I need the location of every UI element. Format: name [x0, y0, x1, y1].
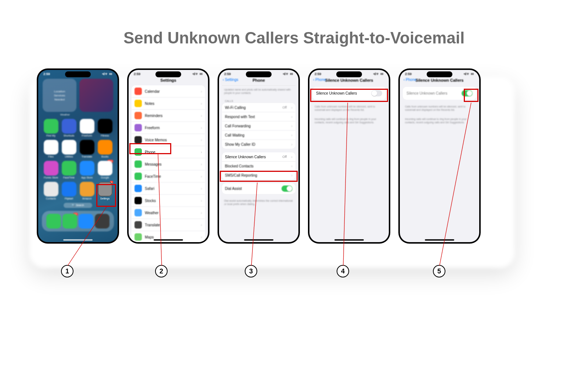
- chevron-icon: ›: [291, 155, 293, 159]
- step-badge-1: 1: [61, 265, 74, 277]
- row-call-waiting[interactable]: Call Waiting›: [222, 131, 295, 140]
- step-badge-2: 2: [155, 265, 168, 277]
- spotlight-search[interactable]: 🔍 Search: [64, 203, 92, 208]
- app-label: Files: [43, 155, 58, 158]
- row-label: Notes: [145, 102, 198, 106]
- row-icon: [135, 100, 142, 107]
- home-indicator[interactable]: [244, 239, 273, 241]
- app-label: Settings: [97, 197, 112, 200]
- notch: [336, 71, 362, 77]
- settings-row-voice-memos[interactable]: Voice Memos›: [132, 134, 205, 146]
- app-flipkart[interactable]: Flipkart: [61, 182, 76, 200]
- home-indicator[interactable]: [334, 239, 364, 241]
- silence-toggle-on[interactable]: [462, 90, 473, 96]
- chevron-icon: ›: [201, 89, 202, 93]
- chevron-icon: ›: [201, 113, 202, 118]
- row-blocked-contacts[interactable]: Blocked Contacts›: [222, 162, 295, 171]
- dock-app[interactable]: [95, 214, 110, 229]
- row-icon: [135, 209, 142, 216]
- step-badge-3: 3: [245, 265, 257, 277]
- settings-row-reminders[interactable]: Reminders›: [132, 110, 205, 122]
- app-google[interactable]: 219Google: [97, 161, 112, 179]
- settings-row-stocks[interactable]: Stocks›: [132, 195, 205, 207]
- home-indicator[interactable]: [63, 239, 93, 241]
- app-books[interactable]: Books: [97, 140, 112, 158]
- row-icon: [135, 185, 142, 192]
- app-fitness[interactable]: Fitness: [97, 119, 112, 137]
- chevron-icon: ›: [201, 174, 202, 178]
- app-label: Translate: [79, 155, 94, 158]
- row-call-forwarding[interactable]: Call Forwarding›: [222, 121, 295, 131]
- app-translate[interactable]: Translate: [79, 140, 94, 158]
- settings-row-translate[interactable]: Translate›: [132, 219, 205, 231]
- dock-app[interactable]: [79, 214, 93, 229]
- app-label: App Store: [79, 176, 94, 179]
- app-app-store[interactable]: App Store: [79, 161, 94, 179]
- settings-row-weather[interactable]: Weather›: [132, 207, 205, 219]
- notch: [246, 71, 272, 77]
- status-icons: •ıl ᯤ ▮▮: [464, 72, 474, 76]
- phone-step-2: 2:59 •ıl ᯤ ▮▮ Settings Calendar›Notes›Re…: [127, 68, 209, 244]
- app-facetime[interactable]: FaceTime: [61, 161, 76, 179]
- row-icon: [135, 221, 142, 229]
- app-contacts[interactable]: Contacts: [43, 182, 58, 200]
- dial-assist-desc: Dial assist automatically determines the…: [219, 198, 298, 209]
- settings-row-notes[interactable]: Notes›: [132, 98, 205, 110]
- silence-toggle-off[interactable]: [371, 90, 382, 96]
- chevron-icon: ›: [291, 105, 293, 110]
- chevron-icon: ›: [201, 210, 202, 215]
- dock-app[interactable]: 17: [62, 214, 77, 229]
- app-label: FaceTime: [61, 176, 76, 179]
- chevron-icon: ›: [291, 133, 293, 137]
- row-label: Maps: [145, 235, 198, 239]
- app-utilities[interactable]: Utilities: [61, 140, 76, 158]
- row-icon: [135, 160, 142, 168]
- app-label: Freeform: [79, 134, 94, 137]
- back-button[interactable]: ‹ Phone: [404, 78, 416, 82]
- row-sms-call-reporting[interactable]: SMS/Call Reporting›: [222, 171, 295, 180]
- row-silence-toggle[interactable]: Silence Unknown Callers: [312, 87, 386, 100]
- chevron-icon: ›: [201, 101, 202, 106]
- row-label: Reminders: [145, 114, 198, 118]
- chevron-icon: ›: [291, 173, 293, 177]
- app-label: Google: [97, 176, 112, 179]
- row-silence-unknown[interactable]: Silence Unknown Callers Off ›: [222, 152, 295, 162]
- settings-row-messages[interactable]: Messages›: [132, 158, 205, 170]
- settings-row-safari[interactable]: Safari›: [132, 183, 205, 195]
- settings-row-calendar[interactable]: Calendar›: [132, 85, 205, 98]
- row-show-my-caller-id[interactable]: Show My Caller ID›: [222, 140, 295, 149]
- dial-assist-toggle[interactable]: [282, 185, 293, 192]
- app-files[interactable]: Files: [43, 140, 58, 158]
- settings-row-facetime[interactable]: FaceTime›: [132, 170, 205, 183]
- app-amazon[interactable]: Amazon: [79, 182, 94, 200]
- back-button[interactable]: ‹ Settings: [223, 78, 238, 82]
- silence-desc-1: Calls from unknown numbers will be silen…: [309, 103, 389, 114]
- home-indicator[interactable]: [425, 239, 454, 241]
- location-widget[interactable]: Location Services Needed: [43, 79, 76, 112]
- app-label: Shortcuts: [61, 134, 76, 137]
- row-respond-with-text[interactable]: Respond with Text›: [222, 112, 295, 121]
- row-icon: [135, 88, 142, 95]
- status-icons: •ıl ᯤ ▮▮: [193, 72, 203, 76]
- settings-row-freeform[interactable]: Freeform›: [132, 122, 205, 134]
- phone-step-4: 2:59 •ıl ᯤ ▮▮ ‹ Phone Silence Unknown Ca…: [308, 68, 390, 244]
- app-find-my[interactable]: Find My: [43, 119, 58, 137]
- photos-widget[interactable]: [79, 79, 113, 112]
- phone-step-3: 2:59 •ıl ᯤ ▮▮ ‹ Settings Phone Updated n…: [218, 68, 300, 244]
- app-itunes-store[interactable]: iTunes Store: [43, 161, 58, 179]
- step-badge-5: 5: [433, 265, 445, 277]
- app-shortcuts[interactable]: Shortcuts: [61, 119, 76, 137]
- home-indicator[interactable]: [154, 239, 183, 241]
- row-dial-assist[interactable]: Dial Assist: [222, 183, 295, 194]
- row-icon: [135, 148, 142, 156]
- row-silence-toggle[interactable]: Silence Unknown Callers: [403, 87, 476, 100]
- settings-row-phone[interactable]: Phone›: [132, 146, 205, 158]
- dock-app[interactable]: [46, 214, 61, 229]
- row-wi-fi-calling[interactable]: Wi-Fi CallingOff›: [222, 103, 295, 112]
- chevron-icon: ›: [201, 223, 202, 227]
- status-icons: •ıl ᯤ ▮▮: [373, 72, 384, 76]
- app-grid: Find MyShortcutsFreeformFitnessFilesUtil…: [38, 117, 118, 201]
- back-button[interactable]: ‹ Phone: [313, 78, 326, 82]
- app-freeform[interactable]: Freeform: [79, 119, 94, 137]
- app-settings[interactable]: 1Settings: [97, 182, 112, 200]
